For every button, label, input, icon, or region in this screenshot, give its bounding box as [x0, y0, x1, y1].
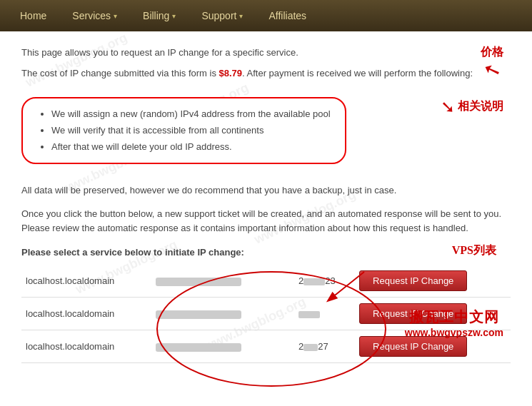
bullet-item-1: We will assign a new (random) IPv4 addre…: [51, 106, 331, 122]
bullet-item-2: We will verify that it is accessible fro…: [51, 122, 331, 138]
intro-paragraph-2: The cost of IP change submitted via this…: [21, 66, 511, 81]
nav-home-label: Home: [20, 10, 46, 21]
page-body: This page allows you to request an IP ch…: [21, 46, 511, 363]
nav-services[interactable]: Services ▾: [59, 0, 130, 31]
hostname-3: localhost.localdomain: [21, 330, 151, 363]
intro-text-2-after: . After payment is received we will perf…: [242, 68, 473, 78]
nav-billing-label: Billing: [143, 10, 169, 21]
btn-cell-1: Request IP Change: [355, 265, 511, 298]
nav-home[interactable]: Home: [7, 0, 59, 31]
hostname-1: localhost.localdomain: [21, 265, 151, 298]
services-arrow-icon: ▾: [114, 12, 117, 20]
table-row: localhost.localdomain 223 Request IP Cha…: [21, 265, 511, 298]
price-highlight: $8.79: [219, 68, 243, 78]
backup-note: All data will be preserved, however we d…: [21, 183, 511, 198]
nav-services-label: Services: [72, 10, 111, 21]
price-arrow-icon: ➘: [481, 58, 503, 82]
info-annotation: 相关说明: [458, 99, 503, 114]
request-ip-change-btn-3[interactable]: Request IP Change: [359, 336, 467, 357]
navigation: Home Services ▾ Billing ▾ Support ▾ Affi…: [0, 0, 532, 31]
nav-affiliates-label: Affiliates: [268, 10, 306, 21]
support-arrow-icon: ▾: [239, 12, 243, 20]
num-3: 227: [294, 330, 355, 363]
num-1: 223: [294, 265, 355, 298]
intro-paragraph-1: This page allows you to request an IP ch…: [21, 46, 511, 61]
site-url-annotation: www.bwgvpszw.com: [405, 327, 503, 338]
select-service-label: Please select a service below to initiat…: [21, 247, 511, 258]
main-content: www.bwgblog.org www.bwgblog.org www.bwgb…: [0, 31, 532, 406]
bullet-list: We will assign a new (random) IPv4 addre…: [37, 106, 331, 156]
bullet-item-3: After that we will delete your old IP ad…: [51, 138, 331, 155]
nav-affiliates[interactable]: Affiliates: [256, 0, 319, 31]
chinese-site-annotation: 搬瓦工中文网: [405, 308, 503, 327]
nav-billing[interactable]: Billing ▾: [130, 0, 189, 31]
ticket-note: Once you click the button below, a new s…: [21, 207, 511, 237]
ip-2: [151, 298, 294, 330]
bullet-list-section: We will assign a new (random) IPv4 addre…: [21, 97, 346, 164]
price-annotation: 价格: [481, 45, 503, 60]
ip-1: [151, 265, 294, 298]
vps-annotation-block: VPS列表: [452, 243, 496, 258]
hostname-2: localhost.localdomain: [21, 298, 151, 330]
nav-support-label: Support: [201, 10, 236, 21]
request-ip-change-btn-1[interactable]: Request IP Change: [359, 270, 467, 291]
nav-support[interactable]: Support ▾: [189, 0, 256, 31]
billing-arrow-icon: ▾: [172, 12, 176, 20]
site-annotation-block: 搬瓦工中文网 www.bwgvpszw.com: [405, 308, 503, 338]
info-arrow-icon: ➘: [441, 97, 455, 117]
intro-text-2-before: The cost of IP change submitted via this…: [21, 68, 219, 78]
ip-3: [151, 330, 294, 363]
intro-text-1: This page allows you to request an IP ch…: [21, 47, 298, 58]
num-2: [294, 298, 355, 330]
vps-annotation: VPS列表: [452, 244, 496, 256]
